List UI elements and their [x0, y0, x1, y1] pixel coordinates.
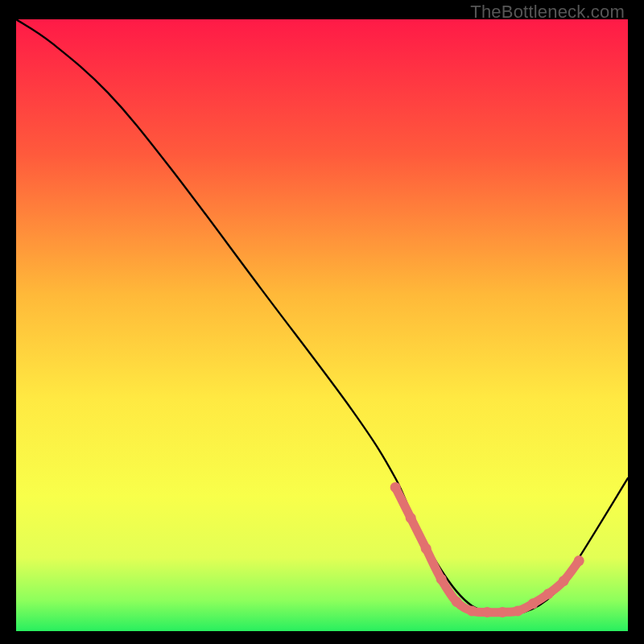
- optimal-range-dot: [452, 597, 462, 607]
- optimal-range-dot: [421, 543, 431, 554]
- optimal-range-dot: [513, 605, 523, 616]
- optimal-range-dot: [390, 482, 401, 493]
- gradient-background: [16, 19, 628, 631]
- optimal-range-dot: [482, 607, 493, 617]
- optimal-range-dot: [528, 598, 539, 609]
- optimal-range-dot: [406, 513, 416, 523]
- optimal-range-dot: [497, 607, 508, 617]
- optimal-range-dot: [543, 588, 554, 599]
- optimal-range-dot: [467, 605, 477, 616]
- chart-frame: [16, 19, 628, 631]
- optimal-range-dot: [559, 576, 569, 586]
- watermark-label: TheBottleneck.com: [470, 2, 625, 23]
- bottleneck-chart: [16, 19, 628, 631]
- optimal-range-dot: [436, 574, 447, 584]
- optimal-range-dot: [574, 555, 584, 566]
